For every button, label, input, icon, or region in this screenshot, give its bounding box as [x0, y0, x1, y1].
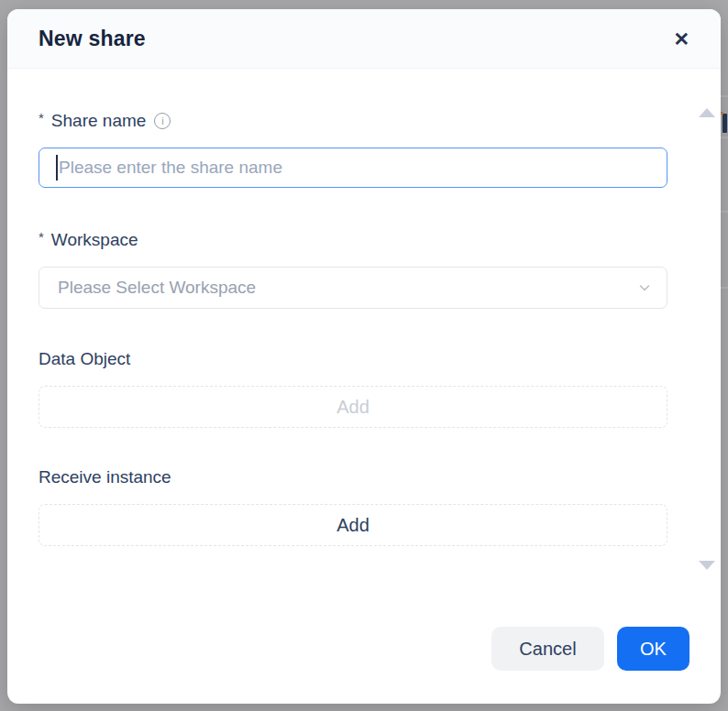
required-mark: *	[39, 227, 44, 247]
share-name-label-text: Share name	[51, 111, 147, 131]
cancel-button[interactable]: Cancel	[491, 627, 604, 671]
background-text-fragment	[722, 114, 727, 133]
text-caret	[56, 155, 58, 180]
new-share-dialog: New share ✕ * Share name i * Workspace P…	[7, 9, 721, 704]
workspace-select-placeholder: Please Select Workspace	[58, 278, 256, 298]
share-name-input-wrap	[39, 148, 667, 188]
info-icon[interactable]: i	[154, 113, 171, 129]
receive-instance-label: Receive instance	[39, 467, 667, 487]
close-icon[interactable]: ✕	[669, 26, 693, 52]
workspace-label-text: Workspace	[51, 230, 138, 250]
data-object-label: Data Object	[39, 349, 667, 369]
background-row-divider	[721, 211, 728, 213]
receive-instance-add-button[interactable]: Add	[39, 504, 667, 546]
background-row-divider	[721, 137, 728, 138]
dialog-header: New share ✕	[7, 9, 721, 69]
workspace-select[interactable]: Please Select Workspace	[39, 267, 667, 309]
dialog-body: * Share name i * Workspace Please Select…	[7, 69, 721, 546]
background-text-fragment	[721, 112, 723, 115]
workspace-label: * Workspace	[39, 230, 667, 250]
scroll-down-icon[interactable]	[699, 561, 715, 570]
data-object-add-button[interactable]: Add	[39, 386, 667, 428]
share-name-label: * Share name i	[39, 111, 667, 131]
scroll-up-icon[interactable]	[699, 108, 715, 117]
share-name-input[interactable]	[39, 148, 667, 188]
background-row-divider	[721, 95, 728, 97]
data-object-label-text: Data Object	[39, 349, 130, 369]
dialog-title: New share	[39, 27, 146, 51]
receive-instance-label-text: Receive instance	[39, 467, 171, 487]
ok-button[interactable]: OK	[617, 627, 689, 671]
required-mark: *	[39, 108, 44, 128]
background-row-divider	[721, 287, 728, 289]
dialog-footer: Cancel OK	[7, 627, 721, 671]
chevron-down-icon	[637, 280, 652, 295]
